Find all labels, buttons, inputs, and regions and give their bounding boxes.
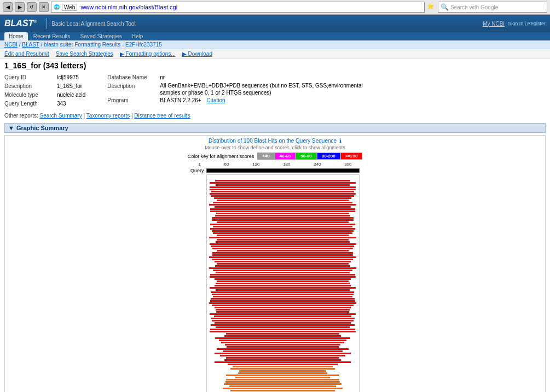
hit-bar-row[interactable] bbox=[208, 264, 358, 265]
hit-bar-row[interactable] bbox=[208, 338, 358, 340]
hit-bar-row[interactable] bbox=[208, 379, 358, 381]
hit-bar-row[interactable] bbox=[208, 222, 358, 224]
hit-bar-row[interactable] bbox=[208, 248, 358, 250]
hit-bar-row[interactable] bbox=[208, 189, 358, 191]
hit-bar-row[interactable] bbox=[208, 220, 358, 221]
hit-bar-row[interactable] bbox=[208, 194, 358, 195]
breadcrumb-ncbi[interactable]: NCBI bbox=[4, 42, 18, 48]
hit-bar-row[interactable] bbox=[208, 325, 358, 326]
hit-bar-row[interactable] bbox=[208, 253, 358, 254]
hit-bar-row[interactable] bbox=[208, 200, 358, 202]
hit-bar-row[interactable] bbox=[208, 237, 358, 239]
hit-bar-row[interactable] bbox=[208, 334, 358, 335]
hit-bar-row[interactable] bbox=[208, 226, 358, 228]
stop-button[interactable]: ✕ bbox=[39, 2, 49, 12]
taxonomy-reports-link[interactable]: Taxonomy reports bbox=[86, 113, 130, 119]
hit-bar-row[interactable] bbox=[208, 360, 358, 361]
hit-bar-row[interactable] bbox=[208, 218, 358, 219]
search-bar[interactable]: 🔍 Search with Google bbox=[438, 2, 547, 13]
graphic-summary-header[interactable]: ▼ Graphic Summary bbox=[4, 123, 546, 133]
hit-bar-row[interactable] bbox=[208, 191, 358, 193]
hit-bar-row[interactable] bbox=[208, 292, 358, 294]
hit-bar-row[interactable] bbox=[208, 257, 358, 259]
address-bar[interactable]: 🌐 Web www.ncbi.nlm.nih.gov/blast/Blast.c… bbox=[51, 2, 425, 13]
hit-bar-row[interactable] bbox=[208, 187, 358, 189]
hit-bar-row[interactable] bbox=[208, 180, 358, 182]
hit-bar-row[interactable] bbox=[208, 277, 358, 278]
hit-bar-row[interactable] bbox=[208, 384, 358, 385]
hit-bar-row[interactable] bbox=[208, 270, 358, 272]
hit-bar-row[interactable] bbox=[208, 377, 358, 379]
hit-bar-row[interactable] bbox=[208, 204, 358, 206]
forward-button[interactable]: ▶ bbox=[15, 2, 25, 12]
hit-bar-row[interactable] bbox=[208, 279, 358, 280]
hit-bar-row[interactable] bbox=[208, 209, 358, 210]
hit-bar-row[interactable] bbox=[208, 371, 358, 372]
tab-saved-strategies[interactable]: Saved Strategies bbox=[76, 32, 126, 40]
hit-bar-row[interactable] bbox=[208, 320, 358, 322]
hit-bar-row[interactable] bbox=[208, 351, 358, 353]
save-strategies-link[interactable]: Save Search Strategies bbox=[56, 51, 113, 57]
my-ncbi-link[interactable]: My NCBI bbox=[483, 21, 505, 27]
hit-bar-row[interactable] bbox=[208, 185, 358, 186]
distance-tree-link[interactable]: Distance tree of results bbox=[134, 113, 190, 119]
hit-bar-row[interactable] bbox=[208, 202, 358, 204]
hit-bar-row[interactable] bbox=[208, 323, 358, 324]
hit-bar-row[interactable] bbox=[208, 349, 358, 350]
hit-bar-row[interactable] bbox=[208, 375, 358, 377]
hit-bar-row[interactable] bbox=[208, 382, 358, 383]
refresh-button[interactable]: ↺ bbox=[27, 2, 37, 12]
hit-bar-row[interactable] bbox=[208, 242, 358, 243]
back-button[interactable]: ◀ bbox=[3, 2, 13, 12]
hit-bar-row[interactable] bbox=[208, 283, 358, 285]
hit-bar-row[interactable] bbox=[208, 355, 358, 357]
hit-bar-row[interactable] bbox=[208, 233, 358, 235]
hit-bar-row[interactable] bbox=[208, 224, 358, 226]
hit-bar-row[interactable] bbox=[208, 312, 358, 313]
citation-link[interactable]: Citation bbox=[207, 96, 225, 105]
hit-bar-row[interactable] bbox=[208, 329, 358, 331]
hit-bar-row[interactable] bbox=[208, 268, 358, 270]
hit-bar-row[interactable] bbox=[208, 301, 358, 302]
edit-resubmit-link[interactable]: Edit and Resubmit bbox=[4, 51, 49, 57]
hit-bar-row[interactable] bbox=[208, 303, 358, 305]
hit-bar-row[interactable] bbox=[208, 307, 358, 309]
hit-bar-row[interactable] bbox=[208, 285, 358, 287]
hit-bar-row[interactable] bbox=[208, 235, 358, 237]
hit-bar-row[interactable] bbox=[208, 255, 358, 256]
hit-bar-row[interactable] bbox=[208, 176, 358, 178]
hit-bar-row[interactable] bbox=[208, 281, 358, 283]
hit-bar-row[interactable] bbox=[208, 215, 358, 217]
hit-bar-row[interactable] bbox=[208, 344, 358, 346]
tab-recent-results[interactable]: Recent Results bbox=[29, 32, 75, 40]
hit-bar-row[interactable] bbox=[208, 340, 358, 342]
hit-bar-row[interactable] bbox=[208, 288, 358, 289]
hit-bar-row[interactable] bbox=[208, 294, 358, 296]
hit-bar-row[interactable] bbox=[208, 290, 358, 291]
hit-bar-row[interactable] bbox=[208, 342, 358, 344]
sign-in-link[interactable]: Sign In | Register bbox=[508, 21, 546, 27]
download-link[interactable]: ▶ Download bbox=[182, 51, 212, 57]
hit-bar-row[interactable] bbox=[208, 246, 358, 248]
hit-bar-row[interactable] bbox=[208, 239, 358, 241]
hit-bar-row[interactable] bbox=[208, 261, 358, 263]
hit-bar-row[interactable] bbox=[208, 272, 358, 274]
hit-bar-row[interactable] bbox=[208, 244, 358, 245]
hit-bar-row[interactable] bbox=[208, 213, 358, 215]
breadcrumb-blast[interactable]: BLAST bbox=[22, 42, 39, 48]
hit-bar-row[interactable] bbox=[208, 358, 358, 359]
formatting-options-link[interactable]: ▶ Formatting options... bbox=[120, 51, 176, 57]
search-summary-link[interactable]: Search Summary bbox=[39, 113, 82, 119]
tab-help[interactable]: Help bbox=[128, 32, 148, 40]
hit-bar-row[interactable] bbox=[208, 211, 358, 213]
hit-bar-row[interactable] bbox=[208, 207, 358, 208]
hit-bar-row[interactable] bbox=[208, 327, 358, 329]
hit-bar-row[interactable] bbox=[208, 388, 358, 390]
hit-bar-row[interactable] bbox=[208, 266, 358, 267]
hit-bar-row[interactable] bbox=[208, 198, 358, 200]
hit-bar-row[interactable] bbox=[208, 183, 358, 184]
hit-bar-row[interactable] bbox=[208, 196, 358, 197]
hit-bar-row[interactable] bbox=[208, 353, 358, 355]
hit-bar-row[interactable] bbox=[208, 250, 358, 252]
hit-bar-row[interactable] bbox=[208, 318, 358, 320]
